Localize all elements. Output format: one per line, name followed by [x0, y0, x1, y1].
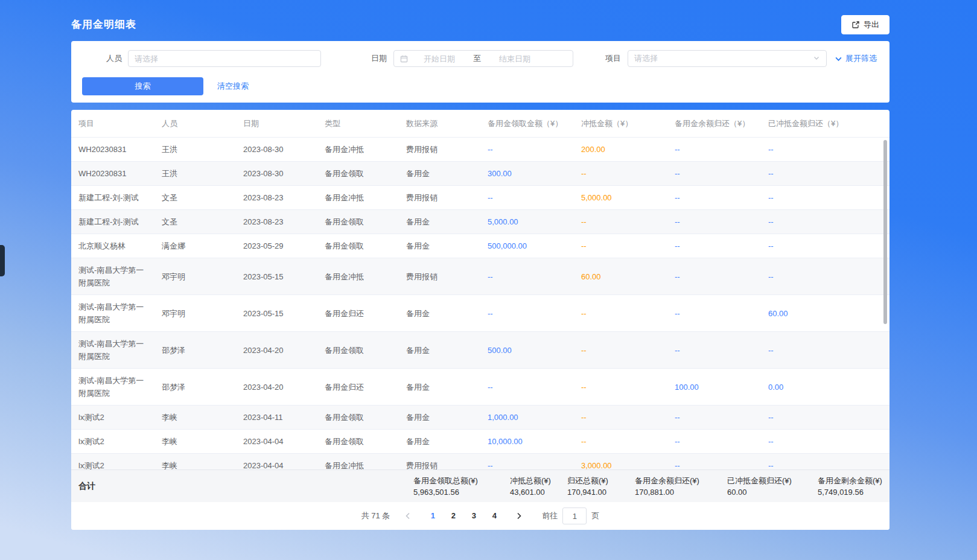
- page-number-4[interactable]: 4: [487, 508, 501, 524]
- cell-offset: --: [574, 406, 667, 429]
- page-title: 备用金明细表: [71, 18, 136, 31]
- clear-search-link[interactable]: 清空搜索: [217, 77, 249, 95]
- cell-source: 费用报销: [399, 454, 480, 469]
- cell-balance_return: --: [667, 162, 761, 185]
- amount-offset[interactable]: --: [581, 215, 587, 228]
- left-drawer-handle[interactable]: [0, 245, 5, 276]
- amount-received[interactable]: 500,000.00: [488, 240, 527, 252]
- amount-balance_return[interactable]: --: [675, 411, 680, 424]
- cell-project: lx测试2: [71, 406, 154, 429]
- amount-balance_return[interactable]: --: [675, 435, 680, 448]
- amount-received[interactable]: --: [488, 191, 493, 204]
- amount-offset_return[interactable]: 60.00: [768, 307, 788, 320]
- date-filter-label: 日期: [371, 50, 387, 67]
- expand-filters-link[interactable]: 展开筛选: [835, 50, 877, 67]
- amount-balance_return[interactable]: --: [675, 344, 680, 357]
- page-number-2[interactable]: 2: [446, 508, 460, 524]
- table-row: 测试-南昌大学第一附属医院邵梦泽2023-04-20备用金领取备用金500.00…: [71, 332, 889, 369]
- next-page-button[interactable]: [512, 508, 526, 524]
- cell-date: 2023-08-30: [236, 138, 317, 161]
- amount-balance_return[interactable]: --: [675, 143, 680, 156]
- amount-balance_return[interactable]: --: [675, 270, 680, 283]
- amount-offset_return[interactable]: --: [768, 435, 774, 448]
- amount-offset_return[interactable]: --: [768, 215, 774, 228]
- amount-received[interactable]: --: [488, 270, 493, 283]
- start-date-input[interactable]: [408, 51, 471, 66]
- summary-item-label: 已冲抵金额归还(¥): [727, 475, 792, 486]
- amount-balance_return[interactable]: --: [675, 167, 680, 180]
- export-button[interactable]: 导出: [841, 15, 889, 34]
- prev-page-button[interactable]: [401, 508, 415, 524]
- amount-offset[interactable]: 60.00: [581, 270, 601, 283]
- amount-offset_return[interactable]: --: [768, 240, 774, 252]
- cell-offset_return: --: [761, 454, 889, 469]
- amount-offset[interactable]: --: [581, 240, 587, 252]
- amount-offset[interactable]: --: [581, 381, 587, 393]
- person-filter-label: 人员: [106, 50, 122, 67]
- amount-balance_return[interactable]: --: [675, 307, 680, 320]
- amount-offset_return[interactable]: --: [768, 411, 774, 424]
- amount-offset_return[interactable]: --: [768, 270, 774, 283]
- amount-received[interactable]: 10,000.00: [488, 435, 523, 448]
- cell-offset_return: --: [761, 234, 889, 258]
- amount-balance_return[interactable]: --: [675, 215, 680, 228]
- amount-offset[interactable]: --: [581, 435, 587, 448]
- amount-offset_return[interactable]: --: [768, 143, 774, 156]
- cell-type: 备用金领取: [317, 430, 399, 453]
- cell-person: 李峡: [154, 454, 236, 469]
- vertical-scrollbar-thumb[interactable]: [883, 140, 887, 324]
- table-header-row: 项目人员日期类型数据来源备用金领取金额（¥）冲抵金额（¥）备用金余额归还（¥）已…: [71, 110, 889, 138]
- amount-received[interactable]: 1,000.00: [488, 411, 518, 424]
- amount-received[interactable]: --: [488, 143, 493, 156]
- date-range-picker[interactable]: 至: [393, 50, 573, 67]
- amount-balance_return[interactable]: --: [675, 191, 680, 204]
- page-number-3[interactable]: 3: [466, 508, 481, 524]
- column-header-6: 冲抵金额（¥）: [574, 110, 667, 137]
- person-select-input[interactable]: [129, 51, 320, 66]
- amount-received[interactable]: --: [488, 307, 493, 320]
- cell-offset: 60.00: [574, 258, 667, 294]
- cell-project: 新建工程-刘-测试: [71, 210, 154, 234]
- export-label: 导出: [864, 19, 879, 30]
- cell-received: --: [480, 454, 574, 469]
- amount-received[interactable]: 500.00: [488, 344, 512, 357]
- amount-received[interactable]: --: [488, 381, 493, 393]
- amount-offset[interactable]: 200.00: [581, 143, 605, 156]
- goto-page-input[interactable]: [562, 508, 587, 524]
- cell-balance_return: --: [667, 138, 761, 161]
- amount-offset[interactable]: 3,000.00: [581, 459, 612, 469]
- amount-received[interactable]: 300.00: [488, 167, 512, 180]
- project-select[interactable]: 请选择: [628, 50, 827, 67]
- amount-offset_return[interactable]: --: [768, 344, 774, 357]
- amount-received[interactable]: 5,000.00: [488, 215, 518, 228]
- summary-item-value: 170,881.00: [635, 486, 699, 498]
- cell-received: --: [480, 138, 574, 161]
- amount-offset[interactable]: --: [581, 167, 587, 180]
- amount-offset[interactable]: --: [581, 307, 587, 320]
- cell-person: 王洪: [154, 138, 236, 161]
- amount-balance_return[interactable]: 100.00: [675, 381, 699, 393]
- cell-type: 备用金冲抵: [317, 138, 399, 161]
- cell-source: 备用金: [399, 369, 480, 405]
- person-select[interactable]: [128, 50, 321, 67]
- amount-offset_return[interactable]: --: [768, 459, 774, 469]
- summary-item-value: 5,749,019.56: [818, 486, 882, 498]
- amount-balance_return[interactable]: --: [675, 240, 680, 252]
- amount-offset_return[interactable]: --: [768, 191, 774, 204]
- cell-source: 备用金: [399, 332, 480, 368]
- amount-received[interactable]: --: [488, 459, 493, 469]
- amount-offset[interactable]: --: [581, 344, 587, 357]
- table-row: 测试-南昌大学第一附属医院邵梦泽2023-04-20备用金归还备用金----10…: [71, 369, 889, 406]
- amount-offset_return[interactable]: 0.00: [768, 381, 783, 393]
- amount-offset_return[interactable]: --: [768, 167, 774, 180]
- amount-offset[interactable]: --: [581, 411, 587, 424]
- goto-page-label: 前往: [542, 511, 558, 521]
- end-date-input[interactable]: [483, 51, 546, 66]
- amount-balance_return[interactable]: --: [675, 459, 680, 469]
- amount-offset[interactable]: 5,000.00: [581, 191, 612, 204]
- cell-received: 500.00: [480, 332, 574, 368]
- page-number-1[interactable]: 1: [425, 508, 440, 524]
- cell-project: 测试-南昌大学第一附属医院: [71, 332, 154, 368]
- cell-offset: --: [574, 295, 667, 331]
- search-button[interactable]: 搜索: [82, 77, 203, 95]
